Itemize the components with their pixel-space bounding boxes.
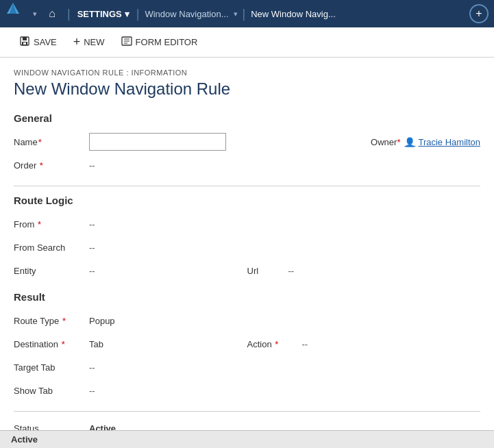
show-tab-value: -- <box>89 386 480 396</box>
from-value: -- <box>89 219 480 229</box>
main-content: WINDOW NAVIGATION RULE : INFORMATION New… <box>0 58 494 448</box>
new-label: NEW <box>84 37 104 47</box>
save-button[interactable]: SAVE <box>11 32 65 53</box>
destination-action-row: Destination * Tab Action * -- <box>14 334 480 353</box>
svg-rect-3 <box>23 37 27 40</box>
current-page-label: New Window Navig... <box>248 9 338 19</box>
order-row: Order * -- <box>14 155 480 175</box>
form-editor-button[interactable]: FORM EDITOR <box>113 32 206 53</box>
destination-label: Destination * <box>14 339 89 349</box>
route-logic-title: Route Logic <box>14 195 480 206</box>
entity-label: Entity <box>14 266 89 276</box>
nav-separator: | <box>64 7 73 21</box>
owner-person-icon: 👤 <box>404 137 415 147</box>
from-row: From * -- <box>14 214 480 234</box>
general-section-title: General <box>14 112 480 124</box>
divider-1 <box>14 186 480 186</box>
status-bar-value: Active <box>11 434 38 445</box>
destination-value: Tab <box>89 339 247 349</box>
entity-col: Entity -- <box>14 266 247 276</box>
new-icon: + <box>73 35 81 49</box>
target-tab-row: Target Tab -- <box>14 358 480 377</box>
home-icon[interactable]: ⌂ <box>40 1 64 26</box>
top-nav: ▾ ⌂ | SETTINGS ▾ | Window Navigation... … <box>0 0 494 27</box>
name-owner-row: Name* Owner* 👤 Tracie Hamilton <box>14 132 480 151</box>
owner-label: Owner* <box>371 137 400 147</box>
target-tab-label: Target Tab <box>14 362 89 373</box>
general-section: General Name* Owner* 👤 Tracie Hamilton <box>14 112 480 175</box>
form-editor-icon <box>121 36 132 49</box>
breadcrumb-window-nav[interactable]: Window Navigation... <box>142 9 231 19</box>
breadcrumb-chevron-icon[interactable]: ▾ <box>232 10 240 18</box>
svg-rect-5 <box>23 42 26 45</box>
route-type-row: Route Type * Popup <box>14 311 480 330</box>
status-bar: Active <box>0 430 494 448</box>
name-label: Name* <box>14 137 89 147</box>
nav-separator-2: | <box>134 7 143 21</box>
form-title: New Window Navigation Rule <box>14 79 480 99</box>
entity-value: -- <box>89 266 247 276</box>
route-logic-section: Route Logic From * -- From Search -- Ent… <box>14 195 480 280</box>
url-value: -- <box>288 266 481 276</box>
logo-icon <box>5 1 30 26</box>
entity-url-row: Entity -- Url -- <box>14 261 480 280</box>
order-label: Order * <box>14 160 89 171</box>
settings-nav-item[interactable]: SETTINGS ▾ <box>73 9 134 19</box>
settings-chevron-icon: ▾ <box>125 9 129 19</box>
result-section: Result Route Type * Popup Destination * … <box>14 291 480 400</box>
logo-chevron-icon[interactable]: ▾ <box>30 10 40 18</box>
route-type-value: Popup <box>89 316 480 326</box>
save-label: SAVE <box>34 37 57 47</box>
settings-label: SETTINGS <box>77 9 122 19</box>
form-editor-label: FORM EDITOR <box>136 37 198 47</box>
owner-name: Tracie Hamilton <box>418 137 480 147</box>
add-tab-button[interactable]: + <box>469 4 489 23</box>
action-value: -- <box>302 339 481 349</box>
from-search-row: From Search -- <box>14 238 480 257</box>
show-tab-label: Show Tab <box>14 386 89 396</box>
save-icon <box>19 36 30 49</box>
from-label: From * <box>14 219 89 229</box>
result-section-title: Result <box>14 291 480 303</box>
from-search-value: -- <box>89 242 480 253</box>
toolbar: SAVE + NEW FORM EDITOR <box>0 27 494 58</box>
owner-value-link[interactable]: 👤 Tracie Hamilton <box>404 137 480 147</box>
route-type-label: Route Type * <box>14 316 89 326</box>
owner-section: Owner* 👤 Tracie Hamilton <box>371 137 480 147</box>
action-label: Action * <box>247 339 302 349</box>
destination-col: Destination * Tab <box>14 339 247 349</box>
new-button[interactable]: + NEW <box>65 31 113 53</box>
order-value: -- <box>89 160 480 171</box>
nav-separator-3: | <box>240 7 249 21</box>
name-field-container <box>89 133 343 151</box>
url-label: Url <box>247 266 288 276</box>
name-input[interactable] <box>89 133 226 151</box>
action-col: Action * -- <box>247 339 481 349</box>
from-search-label: From Search <box>14 242 89 253</box>
target-tab-value: -- <box>89 362 480 373</box>
show-tab-row: Show Tab -- <box>14 381 480 400</box>
form-context-label: WINDOW NAVIGATION RULE : INFORMATION <box>14 69 480 77</box>
url-col: Url -- <box>247 266 481 276</box>
